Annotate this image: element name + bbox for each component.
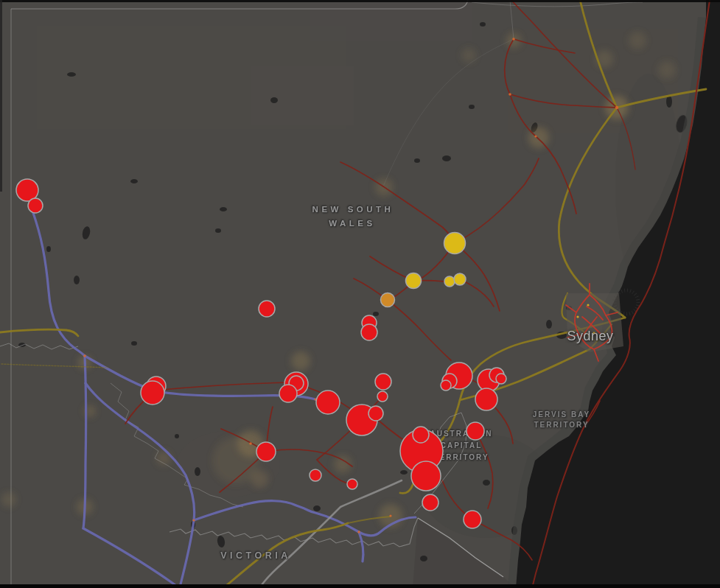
fire-marker-red[interactable] bbox=[256, 442, 276, 461]
label-jervis-bay-line1: JERVIS BAY bbox=[533, 410, 590, 419]
fire-marker-yellow[interactable] bbox=[406, 273, 422, 289]
label-jervis-bay-line2: TERRITORY bbox=[534, 421, 589, 429]
label-sydney: Sydney bbox=[567, 329, 613, 344]
fire-marker-red[interactable] bbox=[279, 385, 297, 402]
fire-marker-red[interactable] bbox=[496, 374, 506, 384]
label-act-line2: CAPITAL bbox=[441, 441, 483, 449]
label-new-south-wales-line2: WALES bbox=[329, 219, 375, 228]
fire-marker-yellow[interactable] bbox=[454, 273, 466, 285]
label-victoria: VICTORIA bbox=[220, 550, 291, 561]
fire-marker-red[interactable] bbox=[464, 511, 481, 528]
fire-marker-orange[interactable] bbox=[381, 293, 395, 307]
fire-marker-red[interactable] bbox=[475, 388, 497, 410]
fire-marker-red[interactable] bbox=[441, 380, 451, 391]
fire-marker-red[interactable] bbox=[310, 469, 321, 481]
map-canvas[interactable]: NEW SOUTH WALES Sydney JERVIS BAY TERRIT… bbox=[0, 0, 720, 588]
label-new-south-wales-line1: NEW SOUTH bbox=[312, 205, 394, 214]
fire-marker-red[interactable] bbox=[347, 479, 357, 489]
fire-marker-red[interactable] bbox=[377, 391, 388, 402]
fire-marker-yellow[interactable] bbox=[444, 276, 455, 287]
fire-marker-yellow[interactable] bbox=[444, 233, 466, 254]
fire-marker-red[interactable] bbox=[422, 494, 438, 511]
fire-marker-red[interactable] bbox=[259, 301, 275, 317]
fire-marker-red[interactable] bbox=[28, 198, 43, 213]
fire-marker-red[interactable] bbox=[368, 406, 383, 421]
fire-marker-red[interactable] bbox=[141, 381, 164, 405]
fire-marker-red[interactable] bbox=[413, 427, 429, 443]
fire-marker-red[interactable] bbox=[375, 374, 391, 390]
fire-marker-red[interactable] bbox=[466, 422, 484, 440]
map-labels: NEW SOUTH WALES Sydney JERVIS BAY TERRIT… bbox=[0, 0, 720, 588]
fire-marker-red[interactable] bbox=[361, 324, 377, 340]
fire-marker-red[interactable] bbox=[316, 391, 340, 414]
fire-marker-red[interactable] bbox=[411, 461, 441, 491]
